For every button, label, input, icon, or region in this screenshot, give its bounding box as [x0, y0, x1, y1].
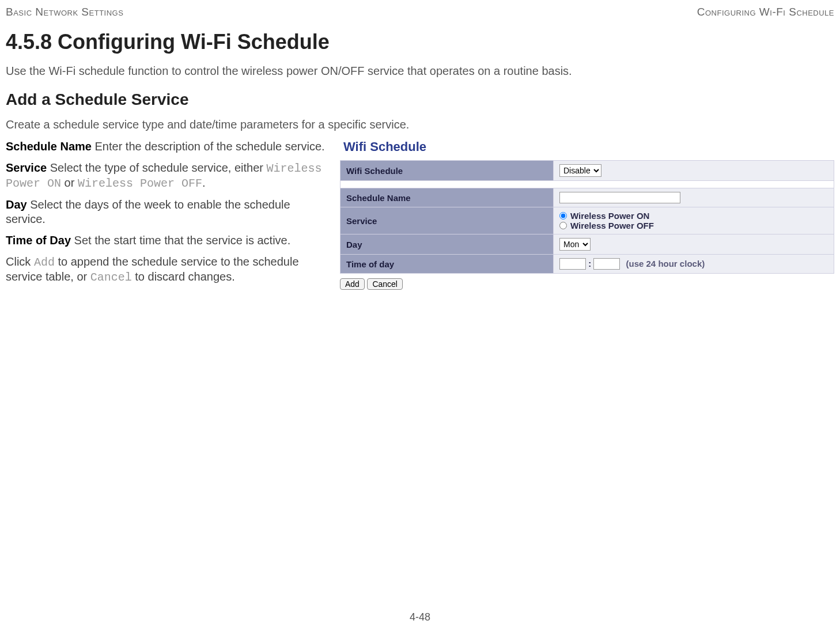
section-title: 4.5.8 Configuring Wi-Fi Schedule — [6, 30, 834, 54]
row-day: Day Mon — [340, 234, 834, 255]
wifi-schedule-select[interactable]: Disable — [559, 164, 601, 177]
def-click-pre: Click — [6, 255, 34, 268]
term-day: Day — [6, 198, 27, 211]
day-select[interactable]: Mon — [559, 238, 591, 251]
def-schedule-name-text: Enter the description of the schedule se… — [92, 140, 325, 153]
def-service-joiner: or — [61, 176, 78, 189]
def-day-text: Select the days of the week to enable th… — [6, 198, 290, 225]
label-day: Day — [340, 234, 554, 255]
service-radio-on[interactable] — [559, 212, 567, 220]
time-minute-input[interactable] — [593, 258, 620, 270]
time-hint: (use 24 hour clock) — [626, 259, 705, 268]
row-service: Service Wireless Power ON Wireless Power… — [340, 207, 834, 234]
label-service: Service — [340, 207, 554, 234]
add-button[interactable]: Add — [340, 278, 365, 290]
running-header-left: Basic Network Settings — [6, 6, 123, 18]
service-radio-off[interactable] — [559, 222, 567, 229]
button-row: Add Cancel — [340, 278, 834, 290]
time-colon: : — [588, 259, 591, 268]
def-service-opt2: Wireless Power OFF — [78, 177, 202, 190]
intro-paragraph: Use the Wi-Fi schedule function to contr… — [6, 65, 834, 78]
running-header-right: Configuring Wi-Fi Schedule — [697, 6, 834, 18]
row-schedule-name: Schedule Name — [340, 188, 834, 207]
def-schedule-name: Schedule Name Enter the description of t… — [6, 139, 328, 154]
def-time: Time of Day Set the start time that the … — [6, 233, 328, 248]
def-service-pre: Select the type of schedule service, eit… — [47, 161, 266, 174]
def-click-cancel: Cancel — [90, 271, 132, 284]
def-service: Service Select the type of schedule serv… — [6, 161, 328, 191]
subheading: Add a Schedule Service — [6, 90, 834, 109]
def-service-period: . — [202, 176, 206, 189]
row-wifi-schedule: Wifi Schedule Disable — [340, 161, 834, 181]
running-header: Basic Network Settings Configuring Wi-Fi… — [6, 6, 834, 18]
def-click-post: to discard changes. — [132, 270, 235, 283]
wifi-schedule-panel: Wifi Schedule Wifi Schedule Disable Sche… — [340, 139, 834, 290]
def-click: Click Add to append the schedule service… — [6, 255, 328, 285]
service-radio-off-label: Wireless Power OFF — [570, 221, 654, 230]
term-schedule-name: Schedule Name — [6, 140, 92, 153]
service-radio-on-label: Wireless Power ON — [570, 211, 649, 221]
label-schedule-name: Schedule Name — [340, 188, 554, 207]
def-day: Day Select the days of the week to enabl… — [6, 198, 328, 226]
label-wifi-schedule: Wifi Schedule — [340, 161, 554, 181]
schedule-name-input[interactable] — [559, 192, 680, 203]
page-footer: 4-48 — [0, 611, 840, 623]
subintro-paragraph: Create a schedule service type and date/… — [6, 118, 834, 131]
time-hour-input[interactable] — [559, 258, 586, 270]
definitions-column: Schedule Name Enter the description of t… — [6, 139, 328, 292]
panel-title: Wifi Schedule — [343, 139, 834, 154]
wifi-schedule-form: Wifi Schedule Disable Schedule Name Serv… — [340, 160, 834, 274]
cancel-button[interactable]: Cancel — [367, 278, 403, 290]
def-click-add: Add — [34, 256, 55, 269]
term-service: Service — [6, 161, 47, 174]
label-time: Time of day — [340, 255, 554, 274]
term-time: Time of Day — [6, 234, 71, 247]
page-number: 4-48 — [410, 611, 430, 623]
def-time-text: Set the start time that the service is a… — [71, 234, 290, 247]
row-time: Time of day : (use 24 hour clock) — [340, 255, 834, 274]
